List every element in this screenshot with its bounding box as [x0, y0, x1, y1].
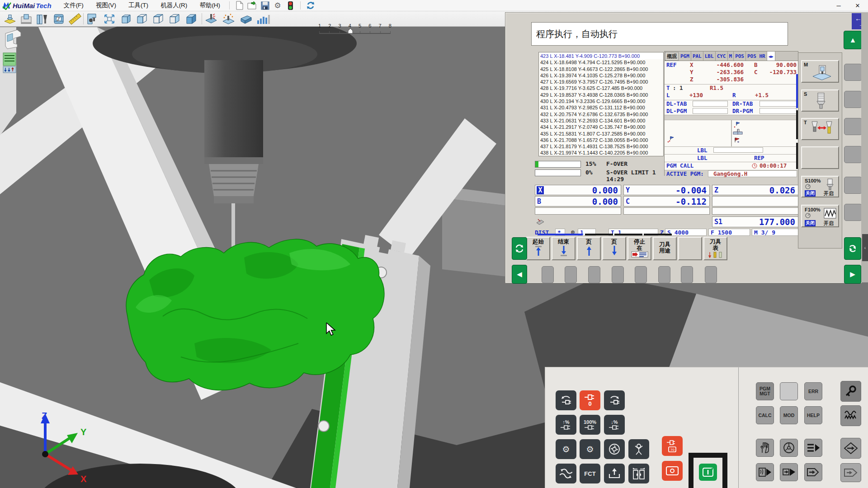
program-line[interactable]: 424 L X-18.6498 Y-4.794 C-121.5295 B+90.…	[540, 59, 663, 66]
program-line-active[interactable]: 423 L X-18.481 Y-4.909 C-120.773 B+90.00…	[540, 53, 663, 59]
softkey-page-left-button[interactable]: ◀	[512, 265, 527, 284]
program-test-key[interactable]	[756, 463, 774, 481]
softkey-row-cycle-right-button[interactable]	[844, 237, 861, 260]
strip-key-f100[interactable]: F100% 关闭 开启	[801, 205, 839, 227]
hard-softkey-1[interactable]	[542, 266, 554, 283]
new-file-button[interactable]	[233, 0, 246, 10]
f100-on-toggle[interactable]: 开启	[824, 220, 834, 227]
menu-help[interactable]: 帮助(H)	[199, 1, 220, 9]
strip-key-machine[interactable]: M	[801, 60, 839, 83]
blank-key[interactable]	[780, 382, 798, 400]
help-key[interactable]: HELP	[804, 406, 822, 424]
tab-pos[interactable]: POS	[734, 52, 746, 61]
softkey-page-right-button[interactable]: ▶	[844, 265, 861, 284]
program-line[interactable]: 431 L X-20.4793 Y-2.9825 C-131.112 B+90.…	[540, 104, 663, 111]
measure-button[interactable]	[68, 12, 82, 25]
spindle-stop-button[interactable]: 0	[580, 390, 600, 410]
calc-key[interactable]: CALC	[756, 406, 774, 424]
tab-pgm[interactable]: PGM	[679, 52, 691, 61]
tab-overview[interactable]: 概观	[665, 52, 679, 61]
window-minimize-button[interactable]: ─	[831, 0, 846, 11]
softkey-row-cycle-left-button[interactable]	[512, 237, 527, 260]
softkey-begin[interactable]: 起始	[526, 237, 550, 260]
stock-setup-button[interactable]	[3, 12, 17, 25]
mod-key[interactable]: MOD	[780, 406, 798, 424]
program-line[interactable]: 437 L X-21.8179 Y-1.4931 C-138.7525 B+90…	[540, 143, 663, 150]
tab-lbl[interactable]: LBL	[703, 52, 716, 61]
strip-blank-key-2[interactable]	[844, 91, 862, 108]
auto-run-key[interactable]	[804, 463, 822, 481]
tab-cyc[interactable]: CYC	[716, 52, 728, 61]
spindle-override-up-button[interactable]: ↑%	[556, 415, 576, 435]
s100-on-toggle[interactable]: 开启	[824, 190, 834, 197]
strip-blank-key-4[interactable]	[844, 146, 862, 163]
program-line[interactable]: 428 L X-19.7716 Y-3.625 C-127.485 B+90.0…	[540, 85, 663, 91]
program-line[interactable]: 435 L X-21.5831 Y-1.807 C-137.2585 B+90.…	[540, 131, 663, 137]
tab-scroll-arrows[interactable]: ◀▶	[767, 52, 775, 61]
edge-tab-handle[interactable]: ‹	[862, 234, 868, 261]
mdi-mode-key[interactable]	[804, 439, 822, 457]
panel-up-button[interactable]: ▲	[844, 31, 862, 49]
program-line[interactable]: 436 L X-21.7088 Y-1.6572 C-138.0055 B+90…	[540, 137, 663, 143]
menu-view[interactable]: 视图(V)	[96, 1, 116, 9]
softkey-tool-table[interactable]: 刀具 表	[703, 237, 727, 260]
tool-magazine-button[interactable]	[35, 12, 50, 25]
menu-tools[interactable]: 工具(T)	[128, 1, 148, 9]
feed-hold-button[interactable]	[662, 461, 683, 481]
spindle-override-down-button[interactable]: ↓%	[604, 415, 625, 435]
mp-oscilloscope-key[interactable]	[840, 405, 861, 426]
hard-softkey-8[interactable]	[705, 266, 717, 283]
strip-blank-key-1[interactable]	[844, 64, 862, 81]
tab-pal[interactable]: PAL	[691, 52, 703, 61]
axis-direction-button[interactable]	[556, 464, 576, 483]
softkey-page-up[interactable]: 页	[577, 237, 601, 260]
softkey-end[interactable]: 结束	[552, 237, 576, 260]
spindle-cw-button[interactable]	[604, 390, 625, 410]
cube-view-2-button[interactable]	[135, 12, 149, 25]
strip-blank-key-6[interactable]	[844, 204, 862, 221]
cube-view-solid-button[interactable]	[184, 12, 198, 25]
operator-call-button[interactable]	[628, 439, 649, 459]
coolant-left-button[interactable]: ⚙	[556, 439, 576, 459]
cube-view-4-button[interactable]	[167, 12, 182, 25]
statistics-button[interactable]	[256, 12, 270, 25]
tab-m[interactable]: M	[728, 52, 734, 61]
manual-mode-key[interactable]	[756, 439, 774, 457]
softkey-tool-usage[interactable]: 刀具 用途	[653, 237, 677, 260]
pgm-mgt-key[interactable]: PGM MGT	[756, 382, 774, 400]
strip-key-spindle[interactable]: S	[801, 89, 839, 112]
softkey-empty[interactable]	[678, 237, 702, 260]
softkey-stop-at[interactable]: 停止 在	[627, 237, 651, 260]
open-file-button[interactable]	[246, 0, 259, 10]
cube-view-1-button[interactable]	[118, 12, 133, 25]
spindle-start-frame-button[interactable]: 70	[662, 436, 683, 456]
stock-view-button[interactable]	[239, 12, 253, 25]
program-line[interactable]: 433 L X-21.0631 Y-2.2693 C-134.601 B+90.…	[540, 117, 663, 124]
machine-setup-button[interactable]	[19, 12, 33, 25]
f100-off-toggle[interactable]: 关闭	[805, 220, 816, 226]
key-lock-key[interactable]	[840, 381, 861, 402]
hard-softkey-3[interactable]	[588, 266, 600, 283]
handwheel-mode-key[interactable]	[780, 439, 798, 457]
strip-key-empty[interactable]	[801, 146, 839, 169]
simulation-speed-slider[interactable]: 1 2 3 4 5 6 7 8	[316, 23, 393, 37]
program-line[interactable]: 432 L X-20.7574 Y-2.6786 C-132.6735 B+90…	[540, 111, 663, 117]
window-close-button[interactable]: ✕	[850, 0, 865, 11]
spindle-override-100-button[interactable]: 100%	[580, 415, 600, 435]
hard-softkey-6[interactable]	[658, 266, 670, 283]
strip-key-tool-change[interactable]: T	[801, 118, 839, 140]
retract-key[interactable]	[840, 463, 861, 482]
strip-key-s100[interactable]: S100% 关闭 开启	[801, 176, 839, 197]
refresh-button[interactable]	[304, 0, 317, 10]
program-line[interactable]: 438 L X-21.9974 Y-1.1443 C-140.2205 B+90…	[540, 150, 663, 156]
spindle-override-bar[interactable]	[535, 169, 581, 176]
hard-softkey-2[interactable]	[565, 266, 577, 283]
collision-check-button[interactable]	[204, 12, 219, 25]
menu-robot[interactable]: 机器人(R)	[160, 1, 187, 9]
fct-button[interactable]: FCT	[580, 464, 600, 483]
coolant-right-button[interactable]: ⚙	[580, 439, 600, 459]
program-line[interactable]: 429 L X-19.8537 Y-3.4938 C-128.0365 B+90…	[540, 92, 663, 98]
run-state-button[interactable]	[284, 0, 297, 10]
cube-view-3-button[interactable]	[151, 12, 165, 25]
nc-program-listing[interactable]: 423 L X-18.481 Y-4.909 C-120.773 B+90.00…	[538, 52, 664, 156]
